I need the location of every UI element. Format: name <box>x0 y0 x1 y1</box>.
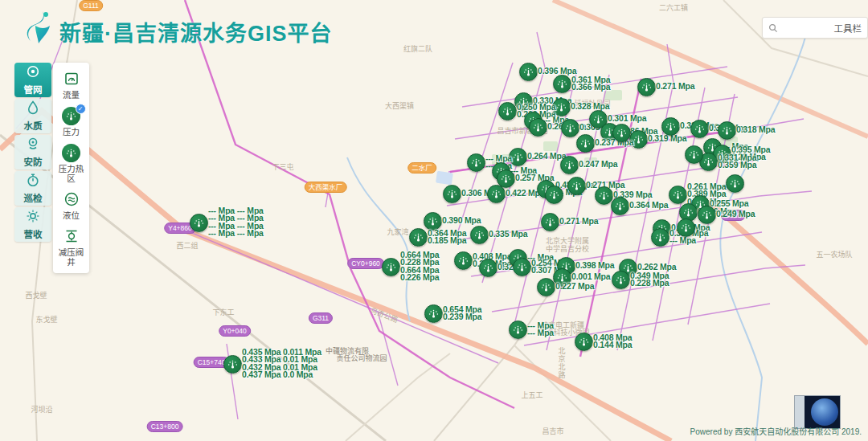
pressure-marker[interactable]: 0.390 Mpa <box>424 212 440 229</box>
pressure-marker[interactable]: 0.422 Mpa <box>487 185 504 202</box>
layer-item-pressure[interactable]: ✓压力 <box>53 102 89 139</box>
pressure-marker[interactable] <box>685 145 702 162</box>
pressure-marker[interactable]: 0.316 Mpa <box>679 203 696 220</box>
selected-check-icon: ✓ <box>76 104 86 114</box>
pressure-marker[interactable]: --- Mpa--- Mpa <box>467 153 484 170</box>
pressure-marker[interactable]: 0.664 Mpa0.228 Mpa0.664 Mpa0.226 Mpa <box>382 258 399 275</box>
marker-label: --- Mpa--- Mpa <box>527 321 554 337</box>
pressure-marker[interactable]: 0.264 Mpa <box>529 118 546 135</box>
pressure-marker[interactable]: 0.408 Mpa0.144 Mpa <box>575 333 592 349</box>
pressure-gauge-icon <box>382 258 400 276</box>
layer-item-pressure-zone[interactable]: 压力热区 <box>53 139 89 186</box>
pressure-gauge-icon <box>560 156 579 174</box>
pressure-gauge-icon <box>661 117 680 136</box>
place-label: 上五工 <box>521 390 542 400</box>
pressure-marker[interactable]: 0.334 Mpa <box>690 120 707 137</box>
pressure-marker[interactable]: 0.271 Mpa <box>567 177 584 194</box>
pressure-marker[interactable]: 0.339 Mpa <box>595 186 612 203</box>
layer-item-label: 压力 <box>63 127 80 137</box>
page-title: 新疆·昌吉清源水务GIS平台 <box>59 16 333 47</box>
pressure-marker[interactable]: 0.247 Mpa <box>560 156 577 173</box>
marker-label: 0.271 Mpa <box>559 218 598 226</box>
pressure-marker[interactable] <box>726 174 743 191</box>
place-label: 东戈壁 <box>35 314 57 325</box>
place-label: 下东工 <box>212 307 234 317</box>
pressure-marker[interactable]: 0.271 Mpa <box>637 78 654 95</box>
pressure-marker[interactable]: 0.385 Mpa--- Mpa <box>651 228 668 245</box>
marker-label: 0.408 Mpa0.144 Mpa <box>593 333 632 349</box>
layer-item-flow[interactable]: 流量 <box>53 65 89 102</box>
pressure-marker[interactable]: 0.408 Mpa0.253 Mpa <box>454 251 471 268</box>
pressure-marker[interactable]: 0.349 Mpa0.228 Mpa <box>612 271 628 288</box>
pressure-marker[interactable]: 0.257 Mpa <box>497 169 514 186</box>
toolbar-button[interactable]: 工具栏 <box>834 22 862 35</box>
pressure-gauge-icon <box>669 186 687 204</box>
layer-item-prv-well[interactable]: 减压阀井 <box>53 223 89 269</box>
pressure-gauge-icon <box>190 214 208 232</box>
pressure-gauge-icon <box>541 213 559 231</box>
pressure-marker[interactable]: 0.254 Mpa0.307 Mpa <box>513 258 530 275</box>
flow-meter-icon <box>62 69 81 88</box>
sidebar-item-label: 水质 <box>24 119 43 132</box>
sidebar-item-yingshou[interactable]: 营收 <box>14 207 51 242</box>
sidebar-item-shuizhi[interactable]: 水质 <box>14 99 51 133</box>
pressure-marker[interactable]: 0.261 Mpa0.389 Mpa0.274 Mpa <box>669 186 686 202</box>
pressure-marker[interactable]: 0.249 Mpa <box>698 206 714 223</box>
sidebar-item-guanwang[interactable]: 管网 <box>14 63 51 97</box>
pressure-marker[interactable]: 0.435 Mpa 0.011 Mpa0.433 Mpa 0.01 Mpa0.4… <box>223 355 240 372</box>
marker-label: 0.335 Mpa <box>489 231 527 239</box>
pressure-gauge-icon <box>537 278 555 296</box>
overview-globe[interactable] <box>794 395 841 429</box>
pressure-gauge-icon <box>726 174 744 193</box>
place-label: 河坝沿 <box>31 404 52 414</box>
sun-icon <box>26 209 40 227</box>
pressure-marker[interactable]: 0.335 Mpa <box>470 226 487 243</box>
pressure-gauge-icon <box>479 259 497 277</box>
pressure-marker[interactable]: 0.364 Mpa <box>611 197 628 214</box>
pressure-gauge-icon <box>424 304 443 323</box>
prv-well-icon <box>62 227 81 246</box>
pressure-marker[interactable]: 0.306 Mpa <box>443 185 460 202</box>
place-label: 西戈壁 <box>25 290 47 300</box>
pressure-marker[interactable]: 0.654 Mpa0.239 Mpa <box>424 304 441 321</box>
place-label: 下三屯 <box>272 161 293 172</box>
pressure-gauge-icon <box>685 145 703 164</box>
pressure-marker[interactable]: 0.361 Mpa0.366 Mpa <box>553 75 570 92</box>
pressure-marker[interactable]: 0.324 Mpa <box>479 259 496 276</box>
pressure-gauge-icon <box>611 197 629 215</box>
search-input[interactable] <box>778 22 834 34</box>
layer-item-label: 压力热区 <box>55 164 88 183</box>
pressure-marker[interactable]: 0.364 Mpa0.185 Mpa <box>409 228 426 245</box>
pressure-marker[interactable] <box>545 186 562 202</box>
pressure-marker[interactable]: 0.329 Mpa <box>661 117 678 134</box>
layer-item-label: 减压阀井 <box>55 247 88 267</box>
pressure-marker[interactable]: 0.271 Mpa <box>541 213 558 230</box>
pressure-marker[interactable] <box>612 124 629 141</box>
marker-label: 0.227 Mpa <box>555 283 594 291</box>
pressure-gauge-icon <box>498 102 517 120</box>
pressure-marker[interactable]: 0.227 Mpa <box>537 278 554 295</box>
pressure-marker[interactable]: 0.237 Mpa <box>576 134 593 151</box>
place-label: 西二组 <box>176 240 198 251</box>
marker-label: 0.349 Mpa0.228 Mpa <box>630 272 669 287</box>
pressure-gauge-icon <box>519 63 538 81</box>
place-label: 大西渠镇 <box>385 100 414 111</box>
marker-label: 0.249 Mpa <box>716 210 755 218</box>
sidebar-item-anfang[interactable]: 安防 <box>14 135 51 169</box>
marker-label: 0.361 Mpa0.366 Mpa <box>571 76 610 91</box>
pressure-marker[interactable]: 0.305 Mpa <box>561 119 578 136</box>
marker-label: 0.390 Mpa <box>442 217 481 225</box>
pressure-marker[interactable]: --- Mpa --- Mpa--- Mpa --- Mpa--- Mpa --… <box>190 214 207 231</box>
pressure-marker[interactable]: --- Mpa--- Mpa <box>509 321 526 337</box>
pressure-marker[interactable]: 0.318 Mpa <box>718 121 735 138</box>
pressure-marker[interactable]: 0.396 Mpa <box>519 63 536 80</box>
pressure-marker[interactable]: 0.250 Mpa0.269 Mpa <box>498 102 515 119</box>
layer-item-level[interactable]: 液位 <box>53 186 89 223</box>
attribution: Powered by 西安航天自动化股份有限公司 2019. <box>690 425 862 437</box>
sidebar-item-xunjian[interactable]: 巡检 <box>14 171 51 206</box>
road-badge: G111 <box>79 0 103 11</box>
marker-label: 0.398 Mpa <box>575 262 614 270</box>
road-badge: CY0+960 <box>347 258 384 269</box>
pressure-marker[interactable] <box>677 218 694 235</box>
sidebar-item-label: 营收 <box>24 227 43 240</box>
